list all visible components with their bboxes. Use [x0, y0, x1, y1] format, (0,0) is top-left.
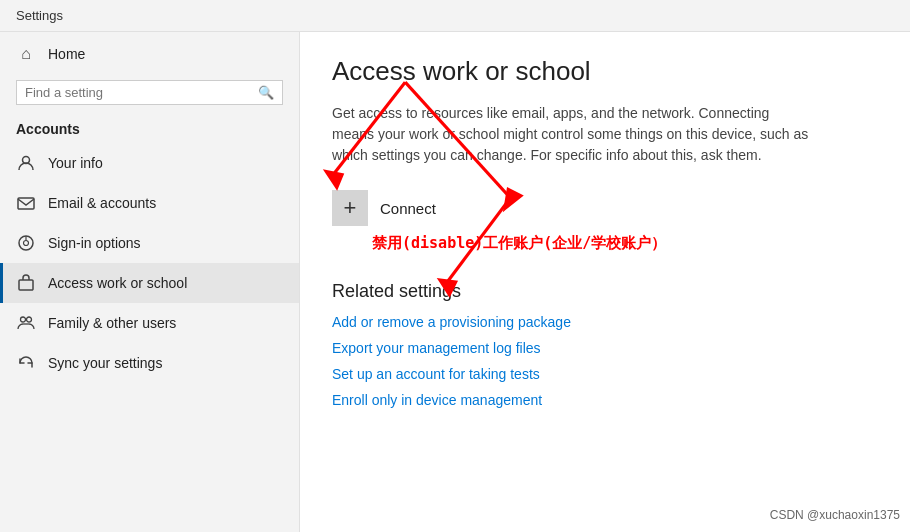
svg-rect-5	[19, 280, 33, 290]
family-icon	[16, 313, 36, 333]
svg-point-7	[27, 317, 32, 322]
sidebar-item-email-label: Email & accounts	[48, 195, 156, 211]
sidebar: ⌂ Home 🔍 Accounts Your info	[0, 32, 300, 532]
related-link-provisioning[interactable]: Add or remove a provisioning package	[332, 314, 878, 330]
home-icon: ⌂	[16, 44, 36, 64]
sidebar-item-family-label: Family & other users	[48, 315, 176, 331]
sidebar-item-access-work-label: Access work or school	[48, 275, 187, 291]
main-layout: ⌂ Home 🔍 Accounts Your info	[0, 32, 910, 532]
watermark: CSDN @xuchaoxin1375	[770, 508, 900, 522]
page-description: Get access to resources like email, apps…	[332, 103, 812, 166]
svg-point-3	[24, 241, 29, 246]
your-info-icon	[16, 153, 36, 173]
sign-in-icon	[16, 233, 36, 253]
disable-annotation: 禁用(disable)工作账户(企业/学校账户）	[372, 234, 878, 253]
sidebar-section-title: Accounts	[0, 117, 299, 143]
content-area: Access work or school Get access to reso…	[300, 32, 910, 532]
email-accounts-icon	[16, 193, 36, 213]
search-box: 🔍	[16, 80, 283, 105]
connect-label: Connect	[380, 200, 436, 217]
svg-point-6	[21, 317, 26, 322]
search-input[interactable]	[25, 85, 258, 100]
access-work-icon	[16, 273, 36, 293]
sidebar-item-email-accounts[interactable]: Email & accounts	[0, 183, 299, 223]
svg-rect-1	[18, 198, 34, 209]
sync-icon	[16, 353, 36, 373]
sidebar-item-sync-label: Sync your settings	[48, 355, 162, 371]
sidebar-item-home[interactable]: ⌂ Home	[0, 32, 299, 76]
sidebar-item-sync[interactable]: Sync your settings	[0, 343, 299, 383]
related-link-export[interactable]: Export your management log files	[332, 340, 878, 356]
sidebar-item-your-info-label: Your info	[48, 155, 103, 171]
svg-marker-9	[326, 172, 342, 188]
sidebar-item-family[interactable]: Family & other users	[0, 303, 299, 343]
related-link-tests[interactable]: Set up an account for taking tests	[332, 366, 878, 382]
sidebar-item-your-info[interactable]: Your info	[0, 143, 299, 183]
sidebar-item-sign-in[interactable]: Sign-in options	[0, 223, 299, 263]
title-bar: Settings	[0, 0, 910, 32]
app-container: Settings ⌂ Home 🔍 Accounts	[0, 0, 910, 532]
related-link-enroll[interactable]: Enroll only in device management	[332, 392, 878, 408]
connect-section: + Connect	[332, 190, 878, 226]
home-label: Home	[48, 46, 85, 62]
page-title: Access work or school	[332, 56, 878, 87]
title-bar-title: Settings	[16, 8, 63, 23]
search-icon: 🔍	[258, 85, 274, 100]
related-settings-title: Related settings	[332, 281, 878, 302]
connect-button[interactable]: +	[332, 190, 368, 226]
sidebar-item-access-work[interactable]: Access work or school	[0, 263, 299, 303]
sidebar-item-sign-in-label: Sign-in options	[48, 235, 141, 251]
